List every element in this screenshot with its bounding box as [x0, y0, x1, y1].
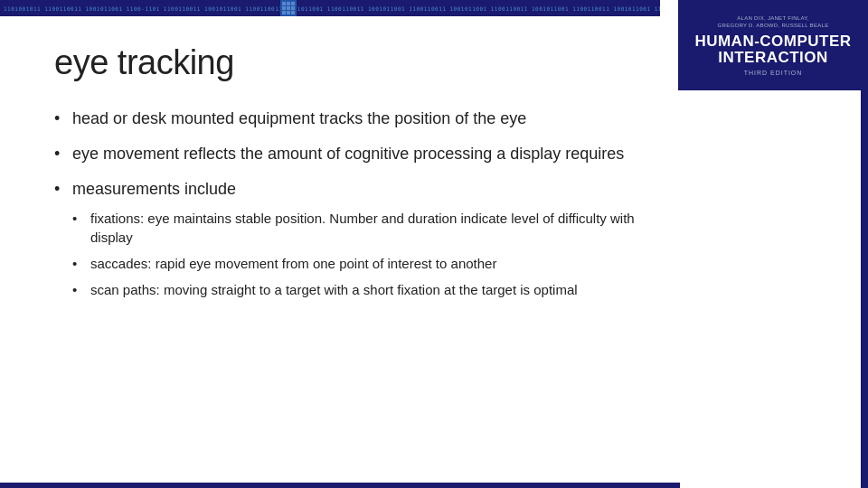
slide-content: eye tracking head or desk mounted equipm… — [0, 16, 678, 483]
sub-bullet-item-1: fixations: eye maintains stable position… — [72, 209, 642, 247]
binary-text: 1101001011 1100110011 1001011001 1100-11… — [0, 5, 660, 12]
bullet-item-1: head or desk mounted equipment tracks th… — [54, 108, 642, 130]
bullet-item-2: eye movement reflects the amount of cogn… — [54, 143, 642, 165]
sub-bullet-item-2: saccades: rapid eye movement from one po… — [72, 254, 642, 273]
logo-title: HUMAN-COMPUTER INTERACTION — [694, 33, 851, 67]
bullet-list: head or desk mounted equipment tracks th… — [54, 108, 642, 299]
logo-panel: ALAN DIX, JANET FINLAY,GREGORY D. ABOWD,… — [678, 0, 868, 90]
top-bar: 1101001011 1100110011 1001011001 1100-11… — [0, 0, 660, 16]
bullet-item-3: measurements include fixations: eye main… — [54, 178, 642, 298]
logo-edition: THIRD EDITION — [744, 70, 803, 76]
sub-bullet-item-3: scan paths: moving straight to a target … — [72, 280, 642, 299]
grid-icon — [280, 0, 297, 16]
slide-title: eye tracking — [54, 43, 642, 82]
sub-bullet-list: fixations: eye maintains stable position… — [72, 209, 642, 299]
bottom-bar — [0, 483, 680, 488]
logo-authors: ALAN DIX, JANET FINLAY,GREGORY D. ABOWD,… — [718, 14, 829, 30]
right-bar — [861, 0, 868, 488]
